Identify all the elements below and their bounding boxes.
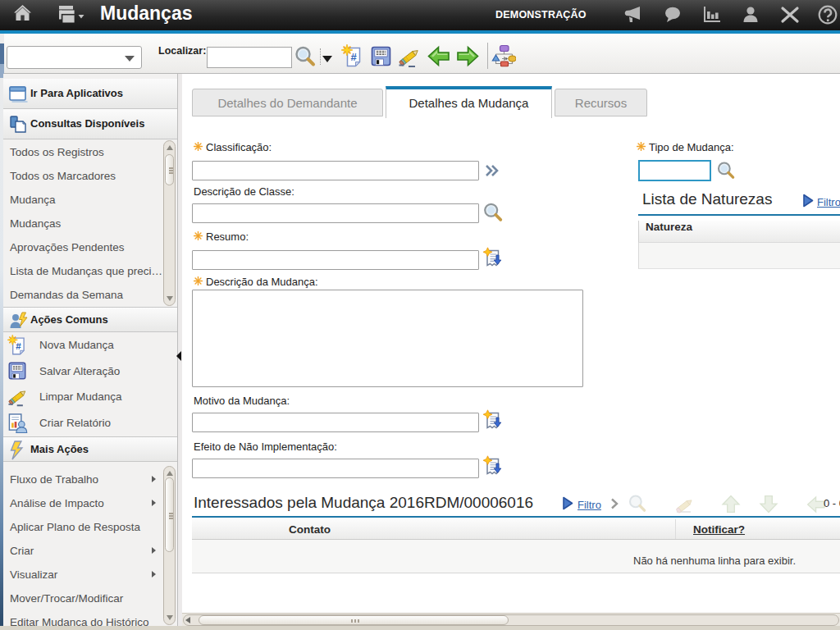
svg-text:#: # [16, 340, 21, 351]
svg-text:#: # [350, 51, 357, 63]
